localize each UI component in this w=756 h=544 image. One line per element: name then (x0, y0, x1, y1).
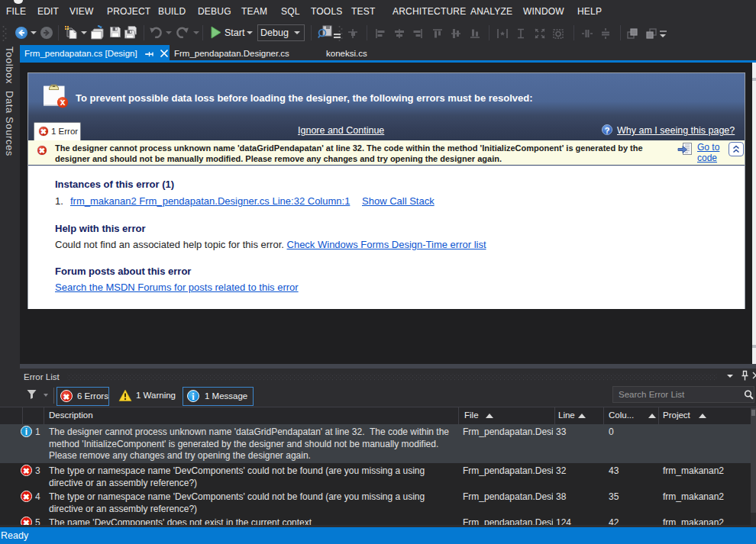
svg-text:x: x (60, 97, 66, 108)
